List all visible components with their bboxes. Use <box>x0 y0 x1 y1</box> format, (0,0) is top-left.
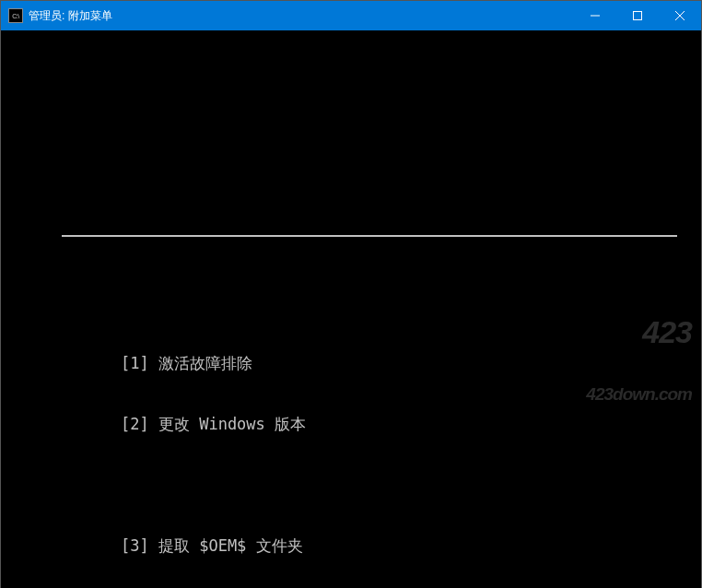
close-icon <box>675 11 684 20</box>
window-icon: C:\ <box>8 8 23 23</box>
minimize-button[interactable] <box>574 1 616 30</box>
separator-top <box>62 235 677 237</box>
minimize-icon <box>591 11 600 20</box>
maximize-icon <box>633 11 642 20</box>
window-icon-text: C:\ <box>12 13 18 19</box>
console-client-area[interactable]: 423 423down.com [1] 激活故障排除 [2] 更改 Window… <box>1 30 701 588</box>
svg-rect-0 <box>634 12 642 20</box>
titlebar[interactable]: C:\ 管理员: 附加菜单 <box>1 1 701 30</box>
window-title: 管理员: 附加菜单 <box>29 8 112 24</box>
menu-gap <box>121 475 701 495</box>
maximize-button[interactable] <box>616 1 659 30</box>
menu-block: [1] 激活故障排除 [2] 更改 Windows 版本 [3] 提取 $OEM… <box>121 312 701 588</box>
menu-item-1: [1] 激活故障排除 <box>121 353 701 373</box>
menu-item-2: [2] 更改 Windows 版本 <box>121 414 701 434</box>
close-button[interactable] <box>659 1 701 30</box>
menu-item-3: [3] 提取 $OEM$ 文件夹 <box>121 535 701 556</box>
console-window: C:\ 管理员: 附加菜单 423 423down.com [1] 激活故障排除… <box>0 0 702 588</box>
